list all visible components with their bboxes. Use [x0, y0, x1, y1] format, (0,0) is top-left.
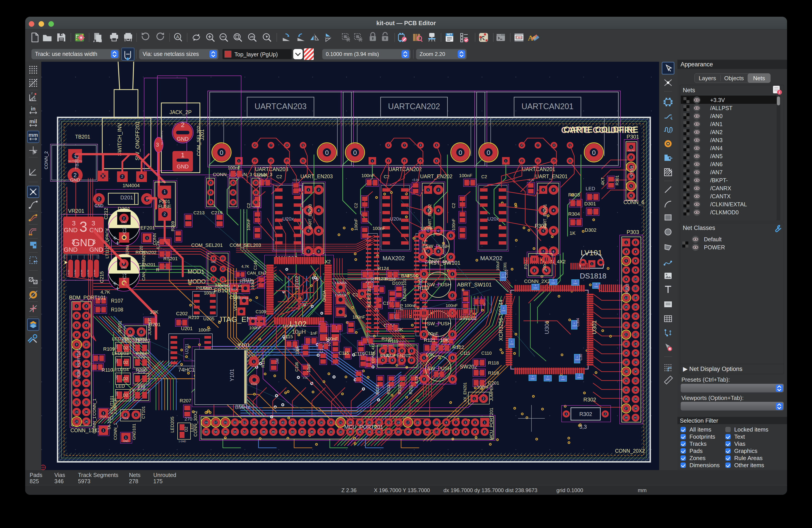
svg-text:35: 35: [625, 398, 628, 401]
svg-text:4,7K: 4,7K: [101, 289, 110, 294]
svg-text:GND: GND: [116, 358, 118, 363]
svg-text:DS1818: DS1818: [580, 272, 606, 280]
svg-text:7: 7: [404, 144, 405, 147]
svg-text:U102: U102: [294, 276, 300, 290]
svg-text:C304: C304: [576, 318, 580, 327]
svg-text:RST_SW101: RST_SW101: [429, 260, 460, 266]
svg-text:GND: GND: [211, 261, 216, 263]
svg-text:23: 23: [625, 342, 628, 346]
svg-text:+3.3V: +3.3V: [412, 178, 419, 181]
svg-text:2 GNDA: 2 GNDA: [240, 297, 249, 299]
svg-text:16: 16: [85, 372, 88, 375]
svg-text:10pF: 10pF: [295, 346, 300, 355]
svg-text:GND: GND: [551, 282, 555, 284]
svg-text:2: 2: [74, 172, 77, 178]
svg-text:Default: Default: [704, 236, 722, 243]
svg-text:UART_EN203: UART_EN203: [308, 204, 313, 230]
svg-text:2: 2: [532, 375, 533, 377]
svg-text:0: 0: [220, 149, 223, 156]
svg-text:BDM_PORT101: BDM_PORT101: [69, 295, 106, 300]
svg-text:7: 7: [455, 421, 456, 424]
svg-text:19: 19: [75, 391, 78, 394]
svg-text:3: 3: [156, 142, 159, 148]
svg-text:LEDABT101: LEDABT101: [403, 279, 407, 301]
svg-text:12: 12: [435, 430, 438, 434]
svg-text:47: 47: [262, 421, 265, 424]
svg-text:5: 5: [630, 185, 632, 188]
svg-text:D301: D301: [584, 201, 596, 206]
svg-text:T301: T301: [516, 36, 522, 39]
svg-text:SWITCH_INV: SWITCH_INV: [117, 123, 122, 156]
svg-text:MODO: MODO: [188, 278, 206, 285]
svg-text:D2: D2: [123, 377, 128, 381]
svg-text:14: 14: [634, 296, 637, 299]
svg-text:8: 8: [420, 144, 421, 147]
svg-text:2: 2: [562, 376, 563, 378]
svg-text:49: 49: [252, 421, 256, 424]
svg-text:42: 42: [291, 430, 294, 434]
svg-text:4: 4: [401, 359, 403, 362]
svg-text:CONN_30X2: CONN_30X2: [193, 411, 198, 437]
svg-text:R115: R115: [261, 358, 265, 368]
svg-text:1: 1: [163, 189, 166, 194]
svg-text:2: 2: [503, 307, 504, 309]
svg-text:37: 37: [310, 421, 313, 424]
svg-text:1: 1: [452, 356, 453, 360]
svg-text:34: 34: [634, 388, 637, 392]
svg-text:7: 7: [542, 250, 544, 253]
svg-text:3: 3: [534, 268, 535, 272]
svg-text:4,7K: 4,7K: [241, 264, 249, 269]
svg-text:GND: GND: [577, 377, 581, 379]
svg-text:6: 6: [465, 430, 466, 434]
svg-text:8: 8: [635, 269, 636, 272]
svg-text:1: 1: [372, 160, 373, 162]
svg-text:2: 2: [125, 413, 126, 416]
svg-text:C2: C2: [481, 174, 487, 179]
svg-text:POWER: POWER: [704, 244, 725, 250]
svg-text:3: 3: [76, 314, 77, 318]
svg-text:VR201: VR201: [68, 208, 84, 214]
svg-text:C202: C202: [176, 311, 188, 316]
svg-text:C212: C212: [103, 208, 109, 219]
svg-text:1: 1: [630, 146, 632, 149]
svg-text:25: 25: [75, 420, 78, 423]
svg-text:30: 30: [634, 370, 637, 373]
svg-text:6: 6: [222, 278, 224, 281]
svg-text:R: R: [156, 267, 159, 272]
svg-text:50: 50: [252, 430, 256, 434]
svg-text:29: 29: [348, 421, 352, 424]
svg-text:4: 4: [553, 209, 554, 212]
svg-text:1: 1: [411, 349, 412, 352]
svg-text:NET: NET: [447, 33, 452, 36]
svg-text:R212: R212: [397, 385, 402, 394]
svg-text:R207: R207: [179, 398, 191, 404]
svg-text:1 +3.3V: 1 +3.3V: [68, 270, 70, 277]
svg-text:6: 6: [630, 194, 632, 197]
svg-text:C2: C2: [354, 203, 358, 208]
svg-text:10K: 10K: [440, 337, 449, 343]
svg-text:19: 19: [625, 324, 628, 327]
svg-text:43: 43: [281, 421, 285, 424]
svg-text:CONN_6: CONN_6: [623, 200, 644, 205]
svg-text:6: 6: [392, 359, 393, 362]
svg-text:37: 37: [625, 407, 628, 410]
svg-text:39: 39: [301, 421, 304, 424]
svg-text:U205: U205: [201, 285, 212, 291]
svg-text:5: 5: [302, 160, 304, 162]
svg-text:3: 3: [255, 181, 257, 184]
svg-text:8: 8: [286, 144, 288, 147]
svg-text:2: 2: [635, 241, 636, 244]
svg-text:D2: D2: [123, 346, 128, 350]
svg-text:2: 2: [605, 412, 606, 415]
svg-text:GND: GND: [502, 310, 506, 312]
svg-text:32: 32: [339, 430, 342, 434]
svg-text:JACK_2P: JACK_2P: [169, 109, 192, 115]
svg-text:/AN1: /AN1: [710, 121, 723, 127]
svg-text:100nF: 100nF: [354, 219, 358, 231]
svg-text:GND: GND: [123, 440, 129, 442]
svg-text:MCU_PORT201: MCU_PORT201: [489, 408, 494, 440]
svg-text:UARTCAN203: UARTCAN203: [255, 102, 306, 111]
svg-text:22: 22: [387, 430, 390, 434]
svg-text:2: 2: [630, 156, 632, 159]
svg-text:C215: C215: [99, 271, 104, 283]
